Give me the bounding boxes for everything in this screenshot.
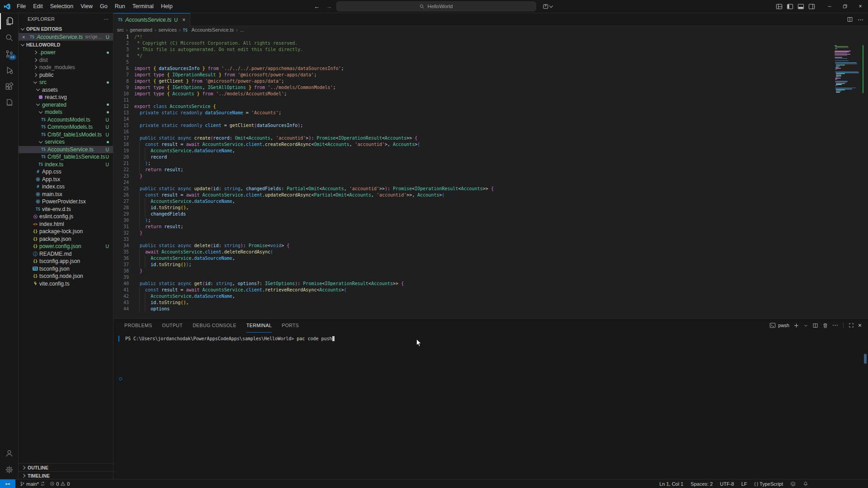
tree-item[interactable]: <>index.html [19,221,113,228]
breadcrumb-item[interactable]: services [159,27,177,33]
minimize-icon[interactable] [822,0,837,13]
code-line[interactable]: 36 AccountsService.dataSourceName, [113,255,868,262]
workspace-section[interactable]: HELLOWORLD [19,41,113,49]
breadcrumb-more[interactable]: ... [240,27,244,33]
code-line[interactable]: 8import { getClient } from '@microsoft/p… [113,78,868,84]
tree-folder[interactable]: assets [19,86,113,94]
code-line[interactable]: 39 [113,274,868,281]
tree-item[interactable]: TSAccountsModel.tsU [19,116,113,124]
code-line[interactable]: 22 return result; [113,167,868,173]
menu-view[interactable]: View [77,2,96,11]
tree-folder[interactable]: generated [19,101,113,109]
code-line[interactable]: 38 } [113,268,868,274]
language-mode-item[interactable]: { } TypeScript [755,481,783,487]
search-icon[interactable] [0,29,18,46]
more-icon[interactable]: ⋯ [832,323,838,328]
code-line[interactable]: 31 return result; [113,224,868,230]
breadcrumb-item[interactable]: generated [130,27,152,33]
tab-accountsservice[interactable]: TS AccountsService.ts U × [113,13,190,26]
terminal-scrollbar[interactable] [864,354,867,364]
code-line[interactable]: 43 id.toString(), [113,300,868,306]
restore-icon[interactable] [837,0,853,13]
views-more-icon[interactable]: ⋯ [104,16,108,22]
code-line[interactable]: 42 AccountsService.dataSourceName, [113,293,868,300]
code-line[interactable]: 35 await AccountsService.client.deleteRe… [113,249,868,255]
menu-run[interactable]: Run [112,2,128,11]
maximize-panel-icon[interactable] [849,323,854,328]
panel-tab-debug-console[interactable]: DEBUG CONSOLE [193,319,236,333]
tree-item[interactable]: TStsconfig.json [19,265,113,273]
tree-item[interactable]: #index.css [19,183,113,191]
tree-item[interactable]: README.md [19,250,113,258]
code-line[interactable]: 10import type { Accounts } from '../mode… [113,91,868,97]
tree-item[interactable]: PowerProvider.tsx [19,198,113,206]
tree-folder[interactable]: models [19,108,113,116]
open-editor-item[interactable]: × TS AccountsService.ts src\generated\se… [19,33,113,41]
tree-item[interactable]: {}tsconfig.app.json [19,258,113,265]
encoding-item[interactable]: UTF-8 [720,481,734,487]
extensions-icon[interactable] [0,78,18,94]
search-input[interactable]: HelloWorld [336,1,536,11]
menu-edit[interactable]: Edit [30,2,46,11]
tree-item[interactable]: TSvite-env.d.ts [19,206,113,213]
tree-item[interactable]: {}power.config.jsonU [19,243,113,250]
code-line[interactable]: 4 */ [113,53,868,59]
forward-arrow-icon[interactable]: → [324,3,334,10]
tree-item[interactable]: #App.css [19,168,113,176]
code-line[interactable]: 9import type { IGetOptions, IGetAllOptio… [113,84,868,91]
menu-go[interactable]: Go [97,2,111,11]
log-icon[interactable]: LOG [0,94,18,111]
indentation-item[interactable]: Spaces: 2 [691,481,713,487]
timeline-section[interactable]: TIMELINE [19,471,113,479]
tree-folder[interactable]: public [19,71,113,79]
code-line[interactable]: 24 [113,179,868,186]
code-line[interactable]: 40 public static async get(id: string, o… [113,281,868,287]
menu-help[interactable]: Help [158,2,176,11]
account-icon[interactable] [0,445,18,461]
tree-item[interactable]: TSCommonModels.tsU [19,123,113,131]
code-line[interactable]: 7import type { IOperationResult } from '… [113,72,868,78]
close-tab-icon[interactable]: × [182,17,185,23]
menu-file[interactable]: File [14,2,29,11]
code-line[interactable]: 41 const result = await AccountsService.… [113,287,868,293]
trash-icon[interactable] [822,323,828,328]
code-line[interactable]: 17 public static async create(record: Om… [113,135,868,141]
code-line[interactable]: 29 changedFields [113,211,868,217]
eol-item[interactable]: LF [741,481,747,487]
run-debug-icon[interactable] [0,62,18,78]
tree-folder[interactable]: .power [19,49,113,56]
split-editor-icon[interactable] [847,16,853,23]
code-editor[interactable]: 1/*!2 * Copyright (C) Microsoft Corporat… [113,34,868,319]
tree-item[interactable]: TSCrb5f_table1sModel.tsU [19,131,113,139]
chevron-down-icon[interactable] [803,323,808,328]
problems-item[interactable]: 0 0 [50,481,70,487]
files-icon[interactable] [0,13,19,29]
panel-tab-problems[interactable]: PROBLEMS [124,319,152,333]
panel-tab-output[interactable]: OUTPUT [162,319,183,333]
breadcrumb-item[interactable]: src [117,27,124,33]
tree-folder[interactable]: dist [19,56,113,64]
remote-indicator[interactable]: >< [0,479,15,488]
tree-item[interactable]: {}package.json [19,235,113,243]
code-line[interactable]: 11 [113,97,868,103]
new-terminal-icon[interactable] [793,323,799,328]
code-line[interactable]: 13 private static readonly dataSourceNam… [113,110,868,116]
code-line[interactable]: 21 ); [113,160,868,167]
back-arrow-icon[interactable]: ← [312,3,321,10]
code-line[interactable]: 28 id.toString(), [113,205,868,211]
tree-item[interactable]: main.tsx [19,191,113,198]
code-line[interactable]: 1/*! [113,34,868,40]
code-line[interactable]: 27 AccountsService.dataSourceName, [113,198,868,205]
code-line[interactable]: 14 [113,116,868,122]
code-line[interactable]: 16 [113,129,868,135]
code-line[interactable]: 37 id.toString()); [113,262,868,268]
code-line[interactable]: 33 [113,236,868,243]
menu-selection[interactable]: Selection [47,2,76,11]
code-line[interactable]: 30 ); [113,217,868,224]
close-panel-icon[interactable]: × [858,323,862,328]
tree-folder[interactable]: src [19,79,113,86]
code-line[interactable]: 19 AccountsService.dataSourceName, [113,148,868,154]
code-line[interactable]: 3 * This file is autogenerated. Do not e… [113,47,868,53]
shell-label[interactable]: pwsh [778,323,789,328]
close-icon[interactable]: × [22,34,28,40]
